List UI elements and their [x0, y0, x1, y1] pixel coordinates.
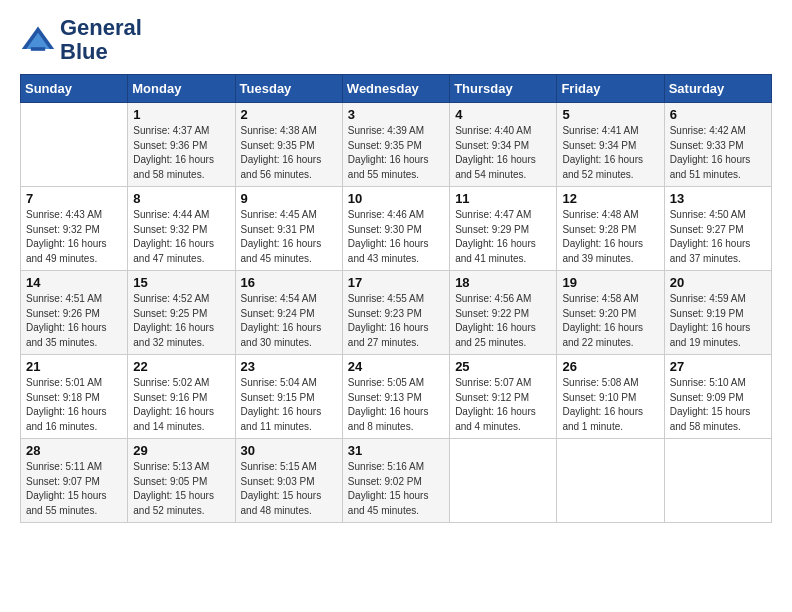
calendar-cell: 31Sunrise: 5:16 AM Sunset: 9:02 PM Dayli… [342, 439, 449, 523]
day-number: 31 [348, 443, 444, 458]
logo-text: General Blue [60, 16, 142, 64]
day-info: Sunrise: 4:52 AM Sunset: 9:25 PM Dayligh… [133, 292, 229, 350]
day-number: 17 [348, 275, 444, 290]
weekday-header: Sunday [21, 75, 128, 103]
day-info: Sunrise: 4:50 AM Sunset: 9:27 PM Dayligh… [670, 208, 766, 266]
day-number: 5 [562, 107, 658, 122]
day-info: Sunrise: 4:54 AM Sunset: 9:24 PM Dayligh… [241, 292, 337, 350]
calendar-week-row: 7Sunrise: 4:43 AM Sunset: 9:32 PM Daylig… [21, 187, 772, 271]
weekday-header: Saturday [664, 75, 771, 103]
day-number: 18 [455, 275, 551, 290]
day-info: Sunrise: 5:01 AM Sunset: 9:18 PM Dayligh… [26, 376, 122, 434]
day-number: 23 [241, 359, 337, 374]
calendar-cell: 14Sunrise: 4:51 AM Sunset: 9:26 PM Dayli… [21, 271, 128, 355]
calendar-cell: 8Sunrise: 4:44 AM Sunset: 9:32 PM Daylig… [128, 187, 235, 271]
day-info: Sunrise: 4:40 AM Sunset: 9:34 PM Dayligh… [455, 124, 551, 182]
calendar-cell: 18Sunrise: 4:56 AM Sunset: 9:22 PM Dayli… [450, 271, 557, 355]
calendar-cell: 1Sunrise: 4:37 AM Sunset: 9:36 PM Daylig… [128, 103, 235, 187]
day-info: Sunrise: 4:37 AM Sunset: 9:36 PM Dayligh… [133, 124, 229, 182]
day-info: Sunrise: 5:04 AM Sunset: 9:15 PM Dayligh… [241, 376, 337, 434]
calendar-cell: 16Sunrise: 4:54 AM Sunset: 9:24 PM Dayli… [235, 271, 342, 355]
day-info: Sunrise: 5:16 AM Sunset: 9:02 PM Dayligh… [348, 460, 444, 518]
calendar-cell [664, 439, 771, 523]
weekday-header: Monday [128, 75, 235, 103]
weekday-header: Wednesday [342, 75, 449, 103]
day-number: 12 [562, 191, 658, 206]
calendar-cell: 17Sunrise: 4:55 AM Sunset: 9:23 PM Dayli… [342, 271, 449, 355]
day-info: Sunrise: 4:44 AM Sunset: 9:32 PM Dayligh… [133, 208, 229, 266]
day-number: 30 [241, 443, 337, 458]
day-number: 15 [133, 275, 229, 290]
calendar-cell: 5Sunrise: 4:41 AM Sunset: 9:34 PM Daylig… [557, 103, 664, 187]
weekday-header: Tuesday [235, 75, 342, 103]
day-info: Sunrise: 5:10 AM Sunset: 9:09 PM Dayligh… [670, 376, 766, 434]
day-number: 19 [562, 275, 658, 290]
day-info: Sunrise: 4:38 AM Sunset: 9:35 PM Dayligh… [241, 124, 337, 182]
day-number: 3 [348, 107, 444, 122]
day-number: 27 [670, 359, 766, 374]
day-number: 14 [26, 275, 122, 290]
day-info: Sunrise: 4:59 AM Sunset: 9:19 PM Dayligh… [670, 292, 766, 350]
day-number: 10 [348, 191, 444, 206]
calendar-cell: 29Sunrise: 5:13 AM Sunset: 9:05 PM Dayli… [128, 439, 235, 523]
calendar-cell: 19Sunrise: 4:58 AM Sunset: 9:20 PM Dayli… [557, 271, 664, 355]
day-number: 13 [670, 191, 766, 206]
day-number: 9 [241, 191, 337, 206]
calendar-cell: 15Sunrise: 4:52 AM Sunset: 9:25 PM Dayli… [128, 271, 235, 355]
day-info: Sunrise: 4:45 AM Sunset: 9:31 PM Dayligh… [241, 208, 337, 266]
day-number: 8 [133, 191, 229, 206]
day-info: Sunrise: 5:07 AM Sunset: 9:12 PM Dayligh… [455, 376, 551, 434]
calendar-cell: 12Sunrise: 4:48 AM Sunset: 9:28 PM Dayli… [557, 187, 664, 271]
calendar-cell: 28Sunrise: 5:11 AM Sunset: 9:07 PM Dayli… [21, 439, 128, 523]
logo: General Blue [20, 16, 142, 64]
day-number: 29 [133, 443, 229, 458]
day-info: Sunrise: 4:39 AM Sunset: 9:35 PM Dayligh… [348, 124, 444, 182]
day-info: Sunrise: 5:05 AM Sunset: 9:13 PM Dayligh… [348, 376, 444, 434]
calendar-cell: 4Sunrise: 4:40 AM Sunset: 9:34 PM Daylig… [450, 103, 557, 187]
weekday-header: Thursday [450, 75, 557, 103]
day-info: Sunrise: 5:13 AM Sunset: 9:05 PM Dayligh… [133, 460, 229, 518]
calendar-cell: 11Sunrise: 4:47 AM Sunset: 9:29 PM Dayli… [450, 187, 557, 271]
calendar-table: SundayMondayTuesdayWednesdayThursdayFrid… [20, 74, 772, 523]
day-info: Sunrise: 4:43 AM Sunset: 9:32 PM Dayligh… [26, 208, 122, 266]
day-info: Sunrise: 5:15 AM Sunset: 9:03 PM Dayligh… [241, 460, 337, 518]
calendar-cell: 2Sunrise: 4:38 AM Sunset: 9:35 PM Daylig… [235, 103, 342, 187]
calendar-cell: 27Sunrise: 5:10 AM Sunset: 9:09 PM Dayli… [664, 355, 771, 439]
weekday-header: Friday [557, 75, 664, 103]
day-number: 4 [455, 107, 551, 122]
day-info: Sunrise: 4:48 AM Sunset: 9:28 PM Dayligh… [562, 208, 658, 266]
day-info: Sunrise: 4:55 AM Sunset: 9:23 PM Dayligh… [348, 292, 444, 350]
calendar-cell [557, 439, 664, 523]
calendar-week-row: 28Sunrise: 5:11 AM Sunset: 9:07 PM Dayli… [21, 439, 772, 523]
calendar-cell: 24Sunrise: 5:05 AM Sunset: 9:13 PM Dayli… [342, 355, 449, 439]
calendar-cell: 20Sunrise: 4:59 AM Sunset: 9:19 PM Dayli… [664, 271, 771, 355]
calendar-week-row: 1Sunrise: 4:37 AM Sunset: 9:36 PM Daylig… [21, 103, 772, 187]
logo-icon [20, 22, 56, 58]
calendar-cell: 25Sunrise: 5:07 AM Sunset: 9:12 PM Dayli… [450, 355, 557, 439]
calendar-week-row: 14Sunrise: 4:51 AM Sunset: 9:26 PM Dayli… [21, 271, 772, 355]
calendar-cell [21, 103, 128, 187]
calendar-cell: 30Sunrise: 5:15 AM Sunset: 9:03 PM Dayli… [235, 439, 342, 523]
day-info: Sunrise: 4:41 AM Sunset: 9:34 PM Dayligh… [562, 124, 658, 182]
day-number: 25 [455, 359, 551, 374]
calendar-week-row: 21Sunrise: 5:01 AM Sunset: 9:18 PM Dayli… [21, 355, 772, 439]
day-info: Sunrise: 4:47 AM Sunset: 9:29 PM Dayligh… [455, 208, 551, 266]
day-number: 1 [133, 107, 229, 122]
day-info: Sunrise: 4:42 AM Sunset: 9:33 PM Dayligh… [670, 124, 766, 182]
svg-rect-2 [31, 47, 45, 51]
calendar-cell: 7Sunrise: 4:43 AM Sunset: 9:32 PM Daylig… [21, 187, 128, 271]
calendar-cell: 26Sunrise: 5:08 AM Sunset: 9:10 PM Dayli… [557, 355, 664, 439]
day-info: Sunrise: 4:46 AM Sunset: 9:30 PM Dayligh… [348, 208, 444, 266]
page-header: General Blue [20, 16, 772, 64]
day-number: 2 [241, 107, 337, 122]
calendar-cell: 23Sunrise: 5:04 AM Sunset: 9:15 PM Dayli… [235, 355, 342, 439]
day-info: Sunrise: 4:58 AM Sunset: 9:20 PM Dayligh… [562, 292, 658, 350]
day-number: 6 [670, 107, 766, 122]
day-info: Sunrise: 5:08 AM Sunset: 9:10 PM Dayligh… [562, 376, 658, 434]
day-info: Sunrise: 5:11 AM Sunset: 9:07 PM Dayligh… [26, 460, 122, 518]
day-number: 16 [241, 275, 337, 290]
day-info: Sunrise: 4:51 AM Sunset: 9:26 PM Dayligh… [26, 292, 122, 350]
day-info: Sunrise: 4:56 AM Sunset: 9:22 PM Dayligh… [455, 292, 551, 350]
day-number: 28 [26, 443, 122, 458]
day-number: 11 [455, 191, 551, 206]
